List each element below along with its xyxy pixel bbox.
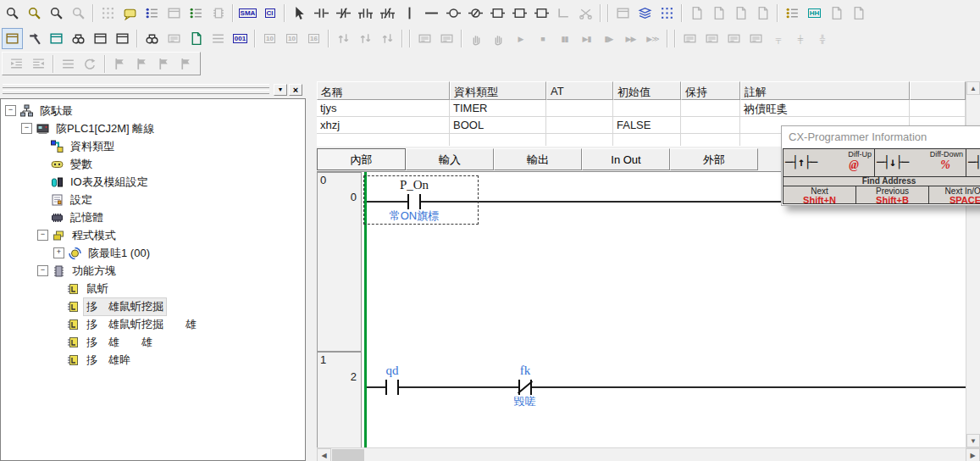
scan-run-button[interactable]: ▶≫ <box>642 28 663 49</box>
show-annotation-list-button[interactable] <box>141 3 163 24</box>
zoom-100-button[interactable] <box>68 3 89 24</box>
new-closed-coil-button[interactable] <box>465 3 486 24</box>
ladder-ci-view-button[interactable]: CI <box>259 3 280 24</box>
ladder-contact-qd[interactable] <box>397 380 399 395</box>
new-horizontal-line-button[interactable] <box>421 3 442 24</box>
column-header[interactable]: 資料類型 <box>450 81 546 100</box>
clock-pulse-3-button[interactable]: ╬ <box>811 28 833 49</box>
mnemonic-view-button[interactable]: SMA <box>237 3 258 24</box>
scroll-left-button[interactable]: ◀ <box>317 448 331 461</box>
rung-comment-button[interactable] <box>119 3 141 24</box>
symbol-cell[interactable]: FALSE <box>613 117 681 134</box>
expander-icon[interactable]: − <box>37 265 48 276</box>
show-grid-button[interactable] <box>97 3 119 24</box>
fb-tab-3[interactable]: In Out <box>582 148 670 170</box>
show-properties-button[interactable] <box>112 28 133 49</box>
tree-item-13[interactable]: 拸 雄 雄 <box>1 333 305 351</box>
ladder-editor[interactable]: 00P_On常ON旗標12qdfk毀嗟 <box>317 171 966 448</box>
scroll-up-button[interactable]: ▲ <box>966 81 980 95</box>
monitor-binary-display-button[interactable]: 001 <box>230 28 251 49</box>
symbol-cell[interactable] <box>910 100 966 117</box>
h-scroll-thumb[interactable] <box>332 449 364 461</box>
continuous-step-button[interactable]: ▶▶ <box>620 28 641 49</box>
delete-line-button[interactable] <box>575 3 596 24</box>
ladder-h-scrollbar[interactable]: ◀ ▶ <box>317 447 980 461</box>
io-bit-monitor-button[interactable] <box>782 3 803 24</box>
column-header[interactable]: AT <box>546 81 613 100</box>
zoom-out-button[interactable] <box>46 3 67 24</box>
tree-item-0[interactable]: −陔馱最 <box>1 102 305 119</box>
fb-tab-4[interactable]: 外部 <box>670 148 758 170</box>
work-online-button[interactable] <box>414 28 435 49</box>
toggle-output-window-button[interactable] <box>68 28 89 49</box>
stop-mode-button[interactable]: ■ <box>532 28 553 49</box>
tree-item-3[interactable]: 變數 <box>1 155 305 173</box>
compile-all-programs-button[interactable] <box>656 3 678 24</box>
column-header[interactable] <box>910 81 966 100</box>
tree-item-8[interactable]: +陔最哇1 (00) <box>1 244 305 262</box>
symbol-cell[interactable]: TIMER <box>450 100 546 117</box>
symbol-cell[interactable] <box>546 117 613 134</box>
symbol-cell[interactable] <box>681 100 740 117</box>
new-coil-button[interactable] <box>443 3 464 24</box>
outdent-rung-button[interactable] <box>28 53 49 75</box>
pause-with-trigger-button[interactable] <box>488 28 509 49</box>
tree-item-2[interactable]: 資料類型 <box>1 137 305 155</box>
program-overview-button[interactable] <box>163 3 185 24</box>
expander-icon[interactable]: + <box>53 247 64 258</box>
ladder-v-scrollbar[interactable]: ▼ <box>966 171 980 447</box>
panel-close-button[interactable]: × <box>289 84 302 96</box>
time-chart-monitor-button[interactable] <box>723 28 745 49</box>
force-cancel-all-button[interactable] <box>377 28 398 49</box>
differential-monitor-button[interactable] <box>679 28 700 49</box>
online-edit-rungs-button[interactable] <box>436 28 457 49</box>
tile-program-windows-button[interactable] <box>208 3 229 24</box>
fb-tab-2[interactable]: 輸出 <box>494 148 582 170</box>
scroll-down-button[interactable]: ▼ <box>966 434 980 447</box>
next-bookmark-button[interactable] <box>153 53 174 75</box>
expander-icon[interactable]: − <box>37 230 48 241</box>
cross-reference-report-button[interactable] <box>141 28 163 49</box>
expander-icon[interactable]: − <box>5 105 16 116</box>
popup-title-bar[interactable]: CX-Programmer Information <box>782 126 980 147</box>
symbol-cell[interactable]: BOOL <box>450 117 546 134</box>
new-instruction-button[interactable] <box>487 3 508 24</box>
column-header[interactable]: 初始值 <box>613 81 681 100</box>
new-or-contact-button[interactable] <box>355 3 376 24</box>
indent-rung-button[interactable] <box>6 53 27 75</box>
tree-item-11[interactable]: 拸 雄鼠蚚挖掘 <box>1 297 305 315</box>
display-decimal-button[interactable]: 10 <box>259 28 280 49</box>
online-edit-cancel-button[interactable] <box>848 3 869 24</box>
symbol-cell[interactable] <box>613 100 681 117</box>
local-cross-reference-button[interactable] <box>163 28 185 49</box>
clock-pulse-2-button[interactable]: ╪ <box>789 28 811 49</box>
line-connect-mode-button[interactable] <box>553 3 574 24</box>
tree-item-6[interactable]: 記憶體 <box>1 208 305 226</box>
new-pou-call-button[interactable] <box>509 3 530 24</box>
symbol-cell[interactable] <box>681 117 740 134</box>
new-or-closed-contact-button[interactable] <box>377 3 398 24</box>
update-rungs-button[interactable] <box>80 53 101 75</box>
display-hex-button[interactable]: 16 <box>303 28 324 49</box>
tree-item-5[interactable]: 設定 <box>1 191 305 208</box>
tree-item-1[interactable]: −陔PLC1[CJ2M] 離線 <box>1 119 305 137</box>
column-header[interactable]: 保持 <box>681 81 740 100</box>
display-signed-decimal-button[interactable]: 10 <box>281 28 302 49</box>
step-into-button[interactable]: ▮▶ <box>598 28 619 49</box>
tree-item-14[interactable]: 拸 雄眸 <box>1 351 305 369</box>
toggle-project-workspace-button[interactable] <box>2 28 23 49</box>
symbol-cell[interactable]: tjys <box>317 100 450 117</box>
ladder-contact-qd[interactable] <box>385 380 387 395</box>
pause-monitoring-button[interactable] <box>466 28 487 49</box>
cycle-time-button[interactable] <box>745 28 767 49</box>
clear-all-bookmarks-button[interactable] <box>175 53 197 75</box>
io-comment-editor-button[interactable] <box>185 28 207 49</box>
tree-item-12[interactable]: 拸 雄鼠蚚挖掘 雄 <box>1 315 305 333</box>
show-step-numbers-button[interactable] <box>612 3 634 24</box>
compile-button[interactable] <box>634 3 656 24</box>
new-vertical-line-button[interactable] <box>399 3 420 24</box>
panel-dropdown-button[interactable]: ▼ <box>274 84 287 96</box>
tree-item-7[interactable]: −程式模式 <box>1 226 305 244</box>
new-contact-button[interactable] <box>311 3 332 24</box>
partial-transfer-button[interactable] <box>752 3 773 24</box>
